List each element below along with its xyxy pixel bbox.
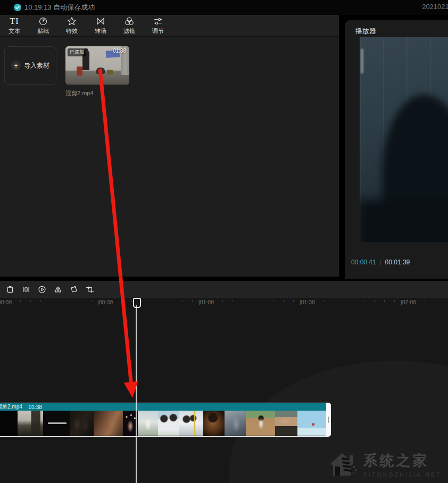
- tab-transition[interactable]: 转场: [86, 15, 115, 36]
- filmstrip-frame-handstand: [275, 411, 297, 436]
- ruler-tick: [374, 300, 375, 302]
- ruler-tick: [414, 300, 415, 302]
- added-badge: 已添加: [68, 48, 86, 56]
- tab-label: 文本: [9, 27, 20, 35]
- timeline-toolbar: [0, 281, 448, 298]
- ruler-tick: [354, 300, 354, 302]
- tab-effects[interactable]: 特效: [57, 15, 86, 36]
- tab-label: 特效: [66, 27, 78, 35]
- autosave-message: 自动保存成功: [53, 3, 95, 11]
- timeline-video-clip[interactable]: 混剪2.mp4 01:38: [0, 403, 331, 437]
- crop-icon: [86, 285, 94, 294]
- ruler-tick: [172, 300, 172, 302]
- ruler-tick: [40, 300, 41, 302]
- filmstrip-frame-uniform-girls: [158, 411, 179, 436]
- thumb-crouch-shape: [96, 68, 105, 74]
- ruler-label: |01:30: [300, 299, 315, 305]
- ruler-tick: [425, 300, 425, 302]
- ruler-tick: [162, 300, 162, 302]
- tab-sticker[interactable]: 贴纸: [29, 15, 57, 36]
- watermark-site: XITONGZHIJIA.NET: [363, 472, 442, 478]
- ruler-tick: [283, 300, 284, 302]
- import-material-button[interactable]: + 导入素材: [4, 46, 56, 85]
- player-video-preview[interactable]: [360, 37, 448, 242]
- autosave-status-text: 10:19:13 自动保存成功: [24, 0, 95, 15]
- ruler-tick: [364, 300, 364, 302]
- ruler-label: |01:00: [198, 299, 214, 305]
- watermark: 系统之家 XITONGZHIJIA.NET: [328, 450, 442, 479]
- freeze-frame-tool-button[interactable]: [18, 282, 34, 297]
- ruler-tick: [91, 300, 92, 302]
- filmstrip-frame-bright-outdoor: [138, 411, 158, 436]
- ruler-tick: [121, 300, 122, 302]
- rotate-tool-button[interactable]: [66, 282, 82, 297]
- rotate-icon: [70, 285, 78, 294]
- filmstrip-frame-bus-scene: [179, 411, 203, 436]
- watermark-house-icon: [328, 450, 357, 479]
- filmstrip-frame-beach-sky: [297, 411, 326, 436]
- filmstrip-frame-basketball-court: [246, 411, 275, 436]
- tab-filter[interactable]: 滤镜: [115, 15, 144, 36]
- current-time: 00:00:41: [351, 259, 376, 266]
- app-window: { "status_bar": { "save_time": "10:19:13…: [0, 0, 448, 483]
- ruler-tick: [61, 300, 61, 302]
- ruler-tick: [71, 300, 71, 302]
- ruler-tick: [20, 300, 21, 302]
- transition-icon: [96, 16, 105, 27]
- handle-grip: [328, 417, 329, 423]
- ruler-tick: [142, 300, 142, 302]
- star-effects-icon: [67, 16, 77, 27]
- timeline-ruler[interactable]: |00:00|00:30|01:00|01:30|02:00: [0, 298, 448, 307]
- clip-filename: 混剪2.mp4: [65, 89, 94, 97]
- sticker-icon: [38, 16, 48, 27]
- tab-label: 调节: [152, 27, 164, 35]
- media-toolbar: TI 文本 贴纸 特效 转场 滤镜 调节: [0, 15, 339, 37]
- reverse-play-tool-button[interactable]: [34, 282, 50, 297]
- tab-label: 滤镜: [123, 27, 135, 35]
- ruler-tick: [323, 300, 324, 302]
- ruler-tick: [30, 300, 31, 302]
- filmstrip-frame-black: [0, 411, 18, 436]
- player-timecode: 00:00:41 | 00:01:39: [351, 259, 410, 266]
- clip-trim-handle-right[interactable]: [326, 403, 331, 437]
- import-label: 导入素材: [24, 61, 49, 70]
- ruler-tick: [51, 300, 51, 302]
- tab-text[interactable]: TI 文本: [0, 15, 29, 36]
- mirror-tool-button[interactable]: [50, 282, 66, 297]
- ruler-tick: [263, 300, 263, 302]
- clip-header-duration: 01:38: [29, 404, 42, 410]
- video-shoulder-silhouette: [360, 199, 448, 242]
- filmstrip-frame-dark-figures: [70, 411, 94, 436]
- text-icon: TI: [10, 16, 19, 27]
- ruler-label: |00:30: [97, 299, 113, 305]
- media-clip-card[interactable]: 已添加 01:38: [65, 46, 129, 85]
- tab-adjust[interactable]: 调节: [144, 15, 172, 36]
- sliders-icon: [153, 16, 163, 27]
- mirror-icon: [54, 285, 62, 294]
- ruler-tick: [131, 300, 132, 302]
- filter-circles-icon: [125, 16, 134, 27]
- watermark-text: 系统之家 XITONGZHIJIA.NET: [363, 451, 442, 478]
- ruler-tick: [152, 300, 152, 302]
- ruler-tick: [182, 300, 182, 302]
- project-date-text: 20210218: [422, 0, 448, 14]
- plus-icon: +: [11, 61, 21, 70]
- tab-label: 转场: [95, 27, 106, 35]
- filmstrip-frame-dark-orange-girl: [203, 411, 225, 436]
- delete-tool-button[interactable]: [2, 282, 18, 297]
- ruler-tick: [222, 300, 223, 302]
- reverse-play-icon: [38, 285, 46, 294]
- ruler-tick: [384, 300, 385, 302]
- ruler-tick: [243, 300, 243, 302]
- clip-header-bar: 混剪2.mp4 01:38: [0, 403, 330, 411]
- playhead-handle[interactable]: [133, 298, 141, 308]
- ruler-tick: [212, 300, 213, 302]
- crop-tool-button[interactable]: [82, 282, 98, 297]
- thumb-suitcase-shape: [77, 66, 82, 76]
- media-library-panel: + 导入素材 已添加 01:38 混剪2.mp4: [0, 37, 339, 277]
- ruler-tick: [111, 300, 112, 302]
- watermark-title: 系统之家: [363, 451, 442, 470]
- playhead-line: [136, 305, 137, 483]
- player-panel: 播放器 00:00:41 | 00:01:39: [345, 20, 448, 279]
- save-success-icon: [14, 4, 21, 11]
